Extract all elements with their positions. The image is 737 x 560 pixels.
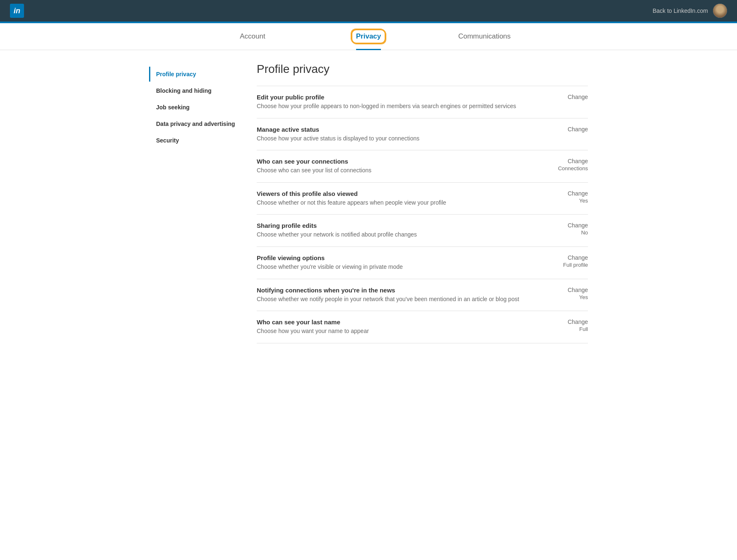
setting-desc: Choose who can see your list of connecti… xyxy=(257,167,538,175)
row-right: Change Full profile xyxy=(555,254,588,268)
change-link[interactable]: Change xyxy=(555,126,588,133)
setting-desc: Choose whether your network is notified … xyxy=(257,231,538,239)
setting-title: Manage active status xyxy=(257,126,538,133)
privacy-highlight: Privacy xyxy=(356,32,381,41)
change-link[interactable]: Change xyxy=(555,94,588,100)
header: in Back to LinkedIn.com xyxy=(0,0,737,22)
back-to-linkedin-link[interactable]: Back to LinkedIn.com xyxy=(653,7,708,14)
row-left: Who can see your connections Choose who … xyxy=(257,158,555,175)
main-container: Profile privacy Blocking and hiding Job … xyxy=(141,50,596,356)
sidebar-item-blocking-hiding[interactable]: Blocking and hiding xyxy=(149,83,240,98)
tab-communications[interactable]: Communications xyxy=(426,23,542,50)
settings-row-manage-active-status: Manage active status Choose how your act… xyxy=(257,118,588,150)
current-value: Yes xyxy=(555,294,588,300)
settings-row-viewers-also-viewed: Viewers of this profile also viewed Choo… xyxy=(257,182,588,215)
row-right: Change Full xyxy=(555,319,588,332)
tab-privacy[interactable]: Privacy xyxy=(311,23,426,50)
row-right: Change xyxy=(555,126,588,133)
sidebar-item-security[interactable]: Security xyxy=(149,133,240,148)
avatar-image xyxy=(713,4,727,18)
row-right: Change No xyxy=(555,222,588,236)
row-right: Change Connections xyxy=(555,158,588,171)
setting-desc: Choose whether or not this feature appea… xyxy=(257,199,538,207)
settings-row-profile-viewing-options: Profile viewing options Choose whether y… xyxy=(257,246,588,279)
linkedin-logo-icon[interactable]: in xyxy=(10,4,24,18)
row-left: Profile viewing options Choose whether y… xyxy=(257,254,555,271)
sidebar: Profile privacy Blocking and hiding Job … xyxy=(149,63,240,343)
change-link[interactable]: Change xyxy=(555,222,588,229)
header-right: Back to LinkedIn.com xyxy=(653,4,727,18)
nav-tabs: Account Privacy Communications xyxy=(0,23,737,50)
setting-title: Profile viewing options xyxy=(257,254,538,261)
setting-desc: Choose how you want your name to appear xyxy=(257,327,538,336)
row-right: Change Yes xyxy=(555,190,588,204)
settings-row-who-can-see-last-name: Who can see your last name Choose how yo… xyxy=(257,311,588,343)
setting-desc: Choose whether we notify people in your … xyxy=(257,295,538,304)
settings-row-who-can-see-connections: Who can see your connections Choose who … xyxy=(257,150,588,182)
change-link[interactable]: Change xyxy=(555,287,588,293)
settings-row-notifying-connections: Notifying connections when you're in the… xyxy=(257,279,588,311)
setting-desc: Choose how your profile appears to non-l… xyxy=(257,102,538,111)
current-value: Full profile xyxy=(555,262,588,268)
setting-desc: Choose how your active status is display… xyxy=(257,135,538,143)
row-left: Viewers of this profile also viewed Choo… xyxy=(257,190,555,207)
content-area: Profile privacy Edit your public profile… xyxy=(240,63,588,343)
change-link[interactable]: Change xyxy=(555,158,588,164)
settings-row-sharing-profile-edits: Sharing profile edits Choose whether you… xyxy=(257,214,588,246)
setting-title: Sharing profile edits xyxy=(257,222,538,229)
setting-title: Edit your public profile xyxy=(257,94,538,101)
row-left: Notifying connections when you're in the… xyxy=(257,287,555,304)
setting-title: Who can see your last name xyxy=(257,319,538,326)
settings-row-edit-public-profile: Edit your public profile Choose how your… xyxy=(257,86,588,118)
current-value: Full xyxy=(555,326,588,332)
setting-title: Notifying connections when you're in the… xyxy=(257,287,538,294)
avatar[interactable] xyxy=(713,4,727,18)
change-link[interactable]: Change xyxy=(555,319,588,325)
row-right: Change Yes xyxy=(555,287,588,300)
change-link[interactable]: Change xyxy=(555,254,588,261)
change-link[interactable]: Change xyxy=(555,190,588,197)
sidebar-item-data-privacy[interactable]: Data privacy and advertising xyxy=(149,116,240,131)
setting-title: Viewers of this profile also viewed xyxy=(257,190,538,197)
current-value: Connections xyxy=(555,165,588,171)
row-left: Edit your public profile Choose how your… xyxy=(257,94,555,111)
row-left: Sharing profile edits Choose whether you… xyxy=(257,222,555,239)
sidebar-item-job-seeking[interactable]: Job seeking xyxy=(149,100,240,115)
current-value: Yes xyxy=(555,198,588,204)
current-value: No xyxy=(555,229,588,236)
tab-account[interactable]: Account xyxy=(195,23,311,50)
sidebar-item-profile-privacy[interactable]: Profile privacy xyxy=(149,67,240,82)
setting-desc: Choose whether you're visible or viewing… xyxy=(257,263,538,271)
row-right: Change xyxy=(555,94,588,100)
setting-title: Who can see your connections xyxy=(257,158,538,165)
row-left: Who can see your last name Choose how yo… xyxy=(257,319,555,336)
row-left: Manage active status Choose how your act… xyxy=(257,126,555,143)
page-title: Profile privacy xyxy=(257,63,588,76)
